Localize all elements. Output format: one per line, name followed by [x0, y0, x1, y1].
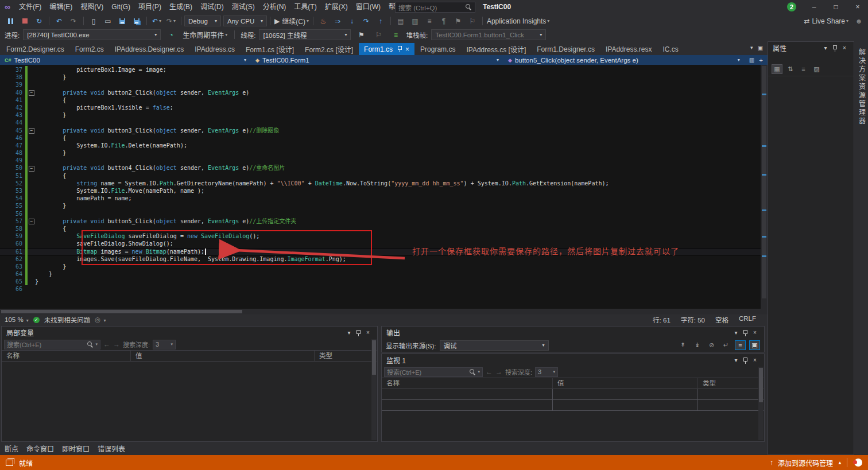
column-header-name[interactable]: 名称	[382, 378, 553, 389]
property-pages-icon[interactable]: ▨	[811, 64, 822, 74]
close-icon[interactable]: ×	[750, 329, 760, 336]
watch-scrollbar[interactable]	[758, 367, 764, 440]
code-line[interactable]: 39	[0, 81, 761, 88]
bookmark-button[interactable]: ⚑	[451, 15, 465, 28]
menu-item[interactable]: 测试(S)	[228, 0, 259, 14]
redo-button[interactable]: ↷▾	[164, 15, 178, 28]
search-prev-icon[interactable]: ←	[486, 368, 493, 376]
save-all-button[interactable]	[130, 15, 144, 28]
panel-tab[interactable]: 断点	[5, 444, 18, 453]
menu-item[interactable]: 工具(T)	[290, 0, 320, 14]
code-line[interactable]: 40− private void button2_Click(object se…	[0, 89, 761, 96]
code-line[interactable]: 49	[0, 157, 761, 164]
close-icon[interactable]: ×	[405, 46, 409, 53]
code-line[interactable]: 55 }	[0, 202, 761, 209]
column-header-name[interactable]: 名称	[2, 351, 131, 361]
restart-button[interactable]: ↻	[32, 15, 46, 28]
continue-button[interactable]: ▶ 继续(C) ▾	[273, 15, 310, 28]
menu-item[interactable]: 文件(F)	[15, 0, 45, 14]
code-line[interactable]: 46 {	[0, 134, 761, 142]
search-next-icon[interactable]: →	[495, 368, 502, 376]
tab-program.cs[interactable]: Program.cs	[415, 43, 460, 55]
tab-list-dropdown-icon[interactable]: ▾	[750, 45, 753, 51]
output-panel-header[interactable]: 输出 ▾ ×	[382, 327, 764, 339]
tab-form1.designer.cs[interactable]: Form1.Designer.cs	[532, 43, 600, 55]
new-file-button[interactable]: ▯	[87, 15, 100, 28]
menu-item[interactable]: Git(G)	[107, 0, 134, 14]
breakpoint-margin[interactable]	[0, 217, 8, 225]
scrollbar-thumb[interactable]	[1, 310, 242, 313]
code-line[interactable]: 50− private void button4_Click(object se…	[0, 164, 761, 172]
fold-collapse-icon[interactable]: −	[29, 90, 34, 96]
code-line[interactable]: 53 System.IO.File.Move(namePath, name );	[0, 187, 761, 195]
code-line[interactable]: 44	[0, 119, 761, 126]
breakpoint-margin[interactable]	[0, 263, 8, 270]
properties-panel-header[interactable]: 属性 ▾ ×	[768, 42, 854, 54]
window-options-icon[interactable]: ▣	[758, 45, 763, 51]
code-line[interactable]: 56	[0, 210, 761, 217]
zoom-dropdown[interactable]: 105 % ▾	[5, 316, 29, 323]
undo-button[interactable]: ↶▾	[150, 15, 164, 28]
close-icon[interactable]: ×	[840, 45, 849, 51]
properties-icon[interactable]: ≡	[798, 64, 809, 74]
alphabetical-icon[interactable]: ⇅	[785, 64, 796, 74]
breakpoint-margin[interactable]	[0, 195, 8, 202]
tab-form1.cs[interactable]: Form1.cs×	[359, 43, 414, 55]
search-depth-dropdown[interactable]: 3 ▾	[153, 340, 176, 349]
search-next-icon[interactable]: →	[113, 340, 120, 348]
locals-panel-header[interactable]: 局部变量 ▾ ×	[2, 327, 377, 339]
split-view-button[interactable]: ▥	[408, 15, 422, 28]
tab-ipaddress.cs-[interactable]: IPAddress.cs [设计]	[461, 43, 531, 55]
tab-form2.designer.cs[interactable]: Form2.Designer.cs	[1, 43, 69, 55]
tab-ic.cs[interactable]: IC.cs	[657, 43, 683, 55]
navigate-forward-button[interactable]: ↷	[67, 15, 80, 28]
pin-icon[interactable]	[356, 329, 361, 336]
notification-bell-icon[interactable]	[854, 459, 862, 467]
panel-tab[interactable]: 即时窗口	[62, 444, 90, 453]
fold-collapse-icon[interactable]: −	[29, 128, 34, 134]
locals-search-input[interactable]: 搜索(Ctrl+E) ▾	[4, 340, 100, 349]
scrollbar-thumb[interactable]	[762, 66, 766, 298]
menu-item[interactable]: 窗口(W)	[352, 0, 385, 14]
notification-badge[interactable]: 2	[787, 2, 796, 11]
navigate-back-button[interactable]: ↶	[52, 15, 66, 28]
pin-icon[interactable]	[397, 46, 402, 52]
code-line[interactable]: 65}	[0, 278, 761, 285]
tab-form1.cs-[interactable]: Form1.cs [设计]	[241, 43, 299, 55]
minimize-button[interactable]: –	[803, 0, 825, 14]
step-into-button[interactable]: ↓	[345, 15, 359, 28]
live-share-button[interactable]: ⇄ Live Share ▾	[803, 15, 850, 28]
column-header-type[interactable]: 类型	[315, 351, 377, 361]
document-outline-button[interactable]: ▤	[394, 15, 408, 28]
breakpoint-margin[interactable]	[0, 270, 8, 278]
autoscroll-icon[interactable]: ▣	[749, 340, 760, 350]
platform-dropdown[interactable]: Any CPU▾	[223, 15, 267, 26]
tab-ipaddress.designer.cs[interactable]: IPAddress.Designer.cs	[110, 43, 189, 55]
breakpoint-margin[interactable]	[0, 278, 8, 285]
member-dropdown[interactable]: ◆ button5_Click(object sender, EventArgs…	[503, 55, 745, 65]
toggle-wrap-icon[interactable]: ≡	[735, 340, 746, 350]
code-cleanup-icon[interactable]: ◎ ▾	[95, 316, 106, 324]
code-line[interactable]: 43 }	[0, 111, 761, 119]
code-line[interactable]: 52 string name = System.IO.Path.GetDirec…	[0, 180, 761, 187]
code-line[interactable]: 45− private void button3_Click(object se…	[0, 127, 761, 134]
breakpoint-margin[interactable]	[0, 89, 8, 96]
column-indicator[interactable]: 字符: 50	[681, 315, 705, 324]
breakpoint-margin[interactable]	[0, 119, 8, 126]
code-editor[interactable]: 37 pictureBox1.Image = image;38 }3940− p…	[0, 65, 761, 314]
breakpoint-margin[interactable]	[0, 127, 8, 134]
watch-row[interactable]	[382, 400, 764, 411]
breakpoint-margin[interactable]	[0, 134, 8, 142]
breakpoint-margin[interactable]	[0, 96, 8, 104]
breakpoint-margin[interactable]	[0, 255, 8, 263]
application-insights-dropdown[interactable]: Application Insights ▾	[486, 15, 551, 28]
fold-collapse-icon[interactable]: −	[29, 219, 34, 224]
tab-ipaddress.resx[interactable]: IPAddress.resx	[600, 43, 657, 55]
fold-collapse-icon[interactable]: −	[29, 166, 34, 172]
breakpoint-margin[interactable]	[0, 248, 8, 255]
window-split-icon[interactable]: ▥	[749, 57, 754, 64]
solution-explorer-tab[interactable]: 解决方案资源管理器	[857, 48, 867, 455]
solution-config-dropdown[interactable]: Debug▾	[184, 15, 221, 26]
column-header-type[interactable]: 类型	[698, 378, 764, 389]
project-dropdown[interactable]: C# TestIC00 ▾	[0, 55, 251, 65]
